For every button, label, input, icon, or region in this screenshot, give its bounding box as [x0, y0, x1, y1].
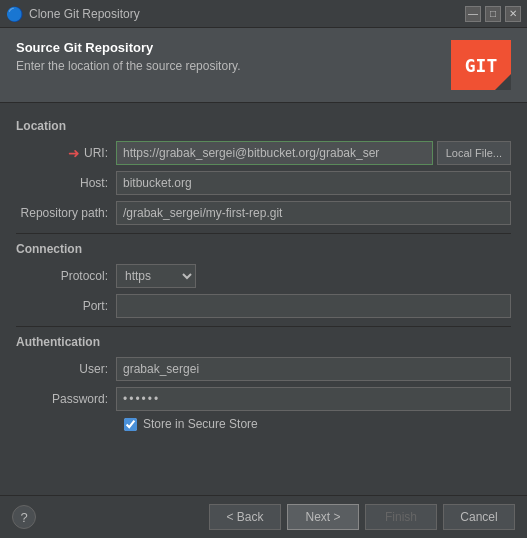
close-button[interactable]: ✕: [505, 6, 521, 22]
dialog-footer: ? < Back Next > Finish Cancel: [0, 495, 527, 538]
help-button[interactable]: ?: [12, 505, 36, 529]
git-logo: GIT: [451, 40, 511, 90]
title-bar-left: 🔵 Clone Git Repository: [6, 6, 140, 22]
cancel-button[interactable]: Cancel: [443, 504, 515, 530]
store-checkbox-row: Store in Secure Store: [16, 417, 511, 431]
divider-1: [16, 233, 511, 234]
title-bar: 🔵 Clone Git Repository — □ ✕: [0, 0, 527, 28]
back-button[interactable]: < Back: [209, 504, 281, 530]
dialog-body: Location ➜ URI: Local File... Host: Repo…: [0, 103, 527, 495]
connection-section-label: Connection: [16, 242, 511, 256]
dialog-title: Source Git Repository: [16, 40, 241, 55]
git-logo-text: GIT: [465, 55, 498, 76]
window-title: Clone Git Repository: [29, 7, 140, 21]
footer-right: < Back Next > Finish Cancel: [209, 504, 515, 530]
repository-path-row: Repository path:: [16, 201, 511, 225]
host-label: Host:: [16, 176, 116, 190]
title-bar-controls[interactable]: — □ ✕: [465, 6, 521, 22]
dialog-header: Source Git Repository Enter the location…: [0, 28, 527, 103]
port-label: Port:: [16, 299, 116, 313]
host-input[interactable]: [116, 171, 511, 195]
user-label: User:: [16, 362, 116, 376]
next-button[interactable]: Next >: [287, 504, 359, 530]
user-row: User:: [16, 357, 511, 381]
protocol-row: Protocol: https http git ssh: [16, 264, 511, 288]
password-row: Password:: [16, 387, 511, 411]
dialog-header-text: Source Git Repository Enter the location…: [16, 40, 241, 73]
uri-row: ➜ URI: Local File...: [16, 141, 511, 165]
divider-2: [16, 326, 511, 327]
uri-input-wrapper: Local File...: [116, 141, 511, 165]
repository-path-label: Repository path:: [16, 206, 116, 220]
location-section-label: Location: [16, 119, 511, 133]
secure-store-label: Store in Secure Store: [143, 417, 258, 431]
uri-input[interactable]: [116, 141, 433, 165]
port-row: Port:: [16, 294, 511, 318]
arrow-icon: ➜: [68, 145, 80, 161]
user-input[interactable]: [116, 357, 511, 381]
git-logo-corner: [495, 74, 511, 90]
app-icon: 🔵: [6, 6, 23, 22]
maximize-button[interactable]: □: [485, 6, 501, 22]
password-label: Password:: [16, 392, 116, 406]
minimize-button[interactable]: —: [465, 6, 481, 22]
host-row: Host:: [16, 171, 511, 195]
port-input[interactable]: [116, 294, 511, 318]
finish-button[interactable]: Finish: [365, 504, 437, 530]
repository-path-input[interactable]: [116, 201, 511, 225]
authentication-section-label: Authentication: [16, 335, 511, 349]
footer-left: ?: [12, 505, 36, 529]
password-input[interactable]: [116, 387, 511, 411]
protocol-label: Protocol:: [16, 269, 116, 283]
dialog: Source Git Repository Enter the location…: [0, 28, 527, 538]
protocol-select[interactable]: https http git ssh: [116, 264, 196, 288]
dialog-subtitle: Enter the location of the source reposit…: [16, 59, 241, 73]
local-file-button[interactable]: Local File...: [437, 141, 511, 165]
uri-label: ➜ URI:: [16, 145, 116, 161]
secure-store-checkbox[interactable]: [124, 418, 137, 431]
